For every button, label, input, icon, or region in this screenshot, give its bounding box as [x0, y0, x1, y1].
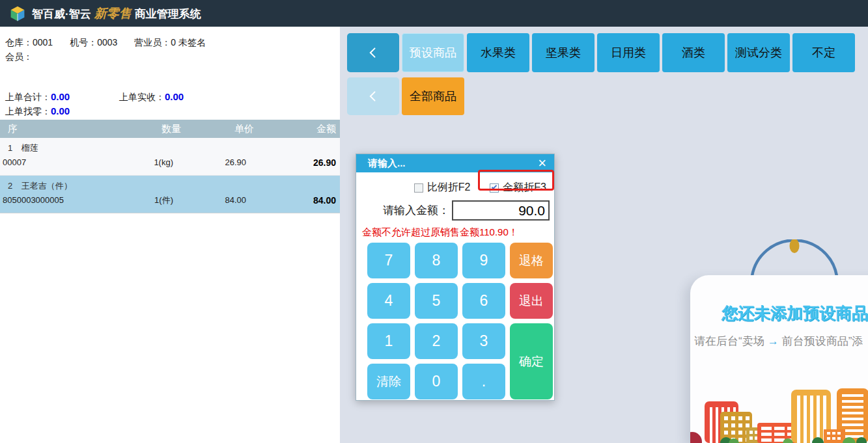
key-3[interactable]: 3 — [462, 323, 505, 359]
amount-input[interactable] — [452, 200, 550, 221]
card-hanger-illustration — [746, 239, 843, 277]
last-order-total: 上单合计：0.00 — [5, 90, 119, 104]
row-index: 2 — [8, 181, 12, 191]
brand-logo-icon — [9, 5, 26, 22]
category-tab-test[interactable]: 测试分类 — [727, 33, 790, 72]
key-9[interactable]: 9 — [462, 243, 505, 278]
key-0[interactable]: 0 — [415, 364, 458, 399]
register-info: 仓库：0001 机号：0003 营业员：0 未签名 会员： — [0, 27, 340, 64]
all-products-bar: 全部商品 — [347, 77, 464, 115]
amount-input-dialog: 请输入... × 比例折F2 金额折F3 请输入金额： 金额不允许超过原销售金额… — [356, 154, 555, 401]
amount-discount-label: 金额折F3 — [503, 181, 546, 195]
city-buildings-illustration — [690, 384, 868, 443]
row-qty: 1(件) — [106, 193, 181, 208]
key-dot[interactable]: . — [462, 364, 505, 399]
empty-state-title: 您还未添加预设商品 — [690, 302, 868, 324]
row-product-code: 00007 — [0, 155, 106, 170]
category-tab-fruits[interactable]: 水果类 — [467, 33, 529, 72]
arrow-right-icon: → — [764, 335, 782, 347]
key-1[interactable]: 1 — [367, 323, 410, 359]
row-qty: 1(kg) — [106, 155, 181, 170]
backspace-key[interactable]: 退格 — [510, 243, 553, 278]
key-2[interactable]: 2 — [415, 323, 458, 359]
member-info: 会员： — [5, 49, 340, 64]
brand-script: 新零售 — [94, 5, 132, 22]
clerk-info: 营业员：0 未签名 — [134, 35, 206, 49]
key-8[interactable]: 8 — [415, 243, 458, 278]
empty-state-card: 您还未添加预设商品 请在后台“卖场→前台预设商品”添 — [690, 275, 868, 443]
checkbox-checked-icon — [490, 183, 499, 193]
all-products-scroll-left-button[interactable] — [347, 77, 399, 115]
register-info-line: 仓库：0001 机号：0003 营业员：0 未签名 — [5, 35, 340, 49]
category-scroll-left-button[interactable] — [347, 33, 399, 72]
col-qty: 数量 — [106, 123, 181, 135]
totals-row-1: 上单合计：0.00 上单实收：0.00 — [5, 90, 340, 104]
key-6[interactable]: 6 — [462, 283, 505, 319]
exit-key[interactable]: 退出 — [510, 283, 553, 319]
cart-table-header: 序 数量 单价 金额 — [0, 120, 340, 138]
category-tab-preset[interactable]: 预设商品 — [402, 33, 464, 72]
row-amount: 26.90 — [254, 155, 340, 170]
category-tab-liquor[interactable]: 酒类 — [662, 33, 725, 72]
numpad: 7 8 9 退格 4 5 6 退出 1 2 3 确定 清除 0 . — [356, 243, 554, 399]
chevron-left-icon — [367, 45, 380, 60]
totals-row-2: 上单找零：0.00 — [5, 104, 340, 118]
col-amount: 金额 — [254, 123, 340, 135]
key-7[interactable]: 7 — [367, 243, 410, 278]
col-seq: 序 — [0, 123, 106, 135]
row-product-name: 榴莲 — [21, 143, 38, 153]
confirm-key[interactable]: 确定 — [510, 323, 553, 399]
chevron-left-icon — [367, 88, 380, 104]
last-order-received: 上单实收：0.00 — [119, 90, 233, 104]
category-tab-undefined[interactable]: 不定 — [792, 33, 855, 72]
last-order-change: 上单找零：0.00 — [5, 104, 119, 118]
amount-input-label: 请输入金额： — [383, 203, 449, 218]
clear-key[interactable]: 清除 — [367, 364, 410, 399]
app-title: 智百威·智云 新零售 商业管理系统 — [32, 5, 201, 22]
discount-mode-row: 比例折F2 金额折F3 — [356, 181, 554, 195]
row-amount: 84.00 — [254, 193, 340, 208]
app-header: 智百威·智云 新零售 商业管理系统 — [0, 0, 868, 27]
pos-app: 智百威·智云 新零售 商业管理系统 仓库：0001 机号：0003 营业员：0 … — [0, 0, 868, 443]
ratio-discount-label: 比例折F2 — [427, 181, 471, 195]
row-product-code: 8050003000005 — [0, 193, 106, 208]
amount-discount-checkbox[interactable]: 金额折F3 — [490, 181, 546, 195]
row-price: 84.00 — [181, 193, 254, 208]
category-tab-bar: 预设商品 水果类 坚果类 日用类 酒类 测试分类 不定 — [347, 33, 855, 72]
empty-state-hint: 请在后台“卖场→前台预设商品”添 — [690, 334, 868, 349]
ratio-discount-checkbox[interactable]: 比例折F2 — [414, 181, 471, 195]
row-price: 26.90 — [181, 155, 254, 170]
cart-row-durian[interactable]: 1 榴莲 00007 1(kg) 26.90 26.90 — [0, 138, 340, 176]
row-product-name: 王老吉（件） — [21, 181, 72, 191]
error-message: 金额不允许超过原销售金额110.90！ — [362, 226, 554, 239]
close-icon[interactable]: × — [538, 156, 554, 170]
category-tab-nuts[interactable]: 坚果类 — [532, 33, 595, 72]
warehouse-info: 仓库：0001 — [5, 35, 53, 49]
key-4[interactable]: 4 — [367, 283, 410, 319]
checkbox-unchecked-icon — [414, 183, 423, 193]
machine-info: 机号：0003 — [70, 35, 117, 49]
brand-prefix: 智百威·智云 — [32, 7, 91, 21]
order-panel: 仓库：0001 机号：0003 营业员：0 未签名 会员： 上单合计：0.00 … — [0, 27, 340, 443]
col-price: 单价 — [181, 123, 254, 135]
last-order-totals: 上单合计：0.00 上单实收：0.00 上单找零：0.00 — [0, 90, 340, 118]
dialog-title: 请输入... — [356, 157, 406, 170]
cart-row-wanglaoji[interactable]: 2 王老吉（件） 8050003000005 1(件) 84.00 84.00 — [0, 176, 340, 213]
category-tab-daily[interactable]: 日用类 — [597, 33, 660, 72]
amount-input-row: 请输入金额： — [356, 200, 554, 221]
brand-suffix: 商业管理系统 — [135, 7, 201, 21]
dialog-titlebar: 请输入... × — [356, 154, 554, 172]
all-products-button[interactable]: 全部商品 — [402, 77, 464, 115]
key-5[interactable]: 5 — [415, 283, 458, 319]
row-index: 1 — [8, 143, 12, 153]
